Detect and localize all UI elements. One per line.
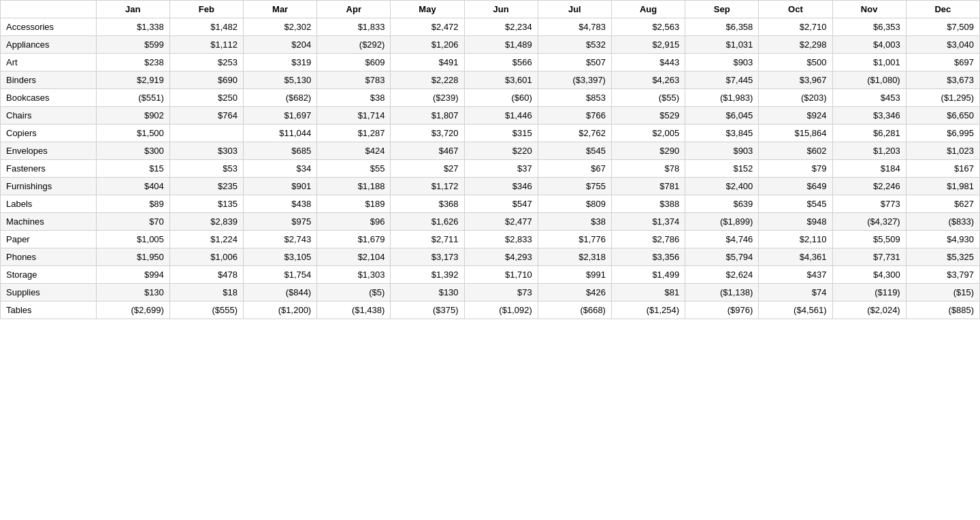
cell-copiers-nov: $6,281 <box>832 125 906 142</box>
cell-phones-mar: $3,105 <box>244 248 317 266</box>
table-row: Envelopes$300$303$685$424$467$220$545$29… <box>1 142 980 160</box>
cell-bookcases-apr: $38 <box>317 89 391 107</box>
cell-bookcases-nov: $453 <box>832 89 906 107</box>
cell-chairs-sep: $6,045 <box>685 107 759 125</box>
cell-machines-oct: $948 <box>759 213 832 231</box>
table-row: Fasteners$15$53$34$55$27$37$67$78$152$79… <box>1 160 980 178</box>
table-body: Accessories$1,338$1,482$2,302$1,833$2,47… <box>1 18 980 319</box>
cell-furnishings-jan: $404 <box>96 178 169 195</box>
cell-labels-mar: $438 <box>244 195 317 213</box>
row-label-accessories: Accessories <box>1 18 97 36</box>
row-label-binders: Binders <box>1 71 97 89</box>
cell-binders-aug: $4,263 <box>611 71 685 89</box>
cell-envelopes-mar: $685 <box>244 142 317 160</box>
cell-furnishings-mar: $901 <box>244 178 317 195</box>
row-label-storage: Storage <box>1 266 97 284</box>
cell-labels-sep: $639 <box>685 195 759 213</box>
cell-furnishings-jun: $346 <box>464 178 538 195</box>
cell-storage-feb: $478 <box>169 266 243 284</box>
cell-appliances-apr: ($292) <box>317 36 391 54</box>
cell-copiers-feb <box>169 125 243 142</box>
header-nov: Nov <box>832 1 906 18</box>
cell-furnishings-feb: $235 <box>169 178 243 195</box>
cell-phones-nov: $7,731 <box>832 248 906 266</box>
table-row: Phones$1,950$1,006$3,105$2,104$3,173$4,2… <box>1 248 980 266</box>
cell-appliances-aug: $2,915 <box>611 36 685 54</box>
cell-machines-feb: $2,839 <box>169 213 243 231</box>
cell-envelopes-feb: $303 <box>169 142 243 160</box>
cell-furnishings-nov: $2,246 <box>832 178 906 195</box>
cell-paper-aug: $2,786 <box>611 231 685 248</box>
cell-art-feb: $253 <box>169 54 243 71</box>
cell-chairs-aug: $529 <box>611 107 685 125</box>
cell-envelopes-jan: $300 <box>96 142 169 160</box>
cell-furnishings-apr: $1,188 <box>317 178 391 195</box>
cell-phones-jul: $2,318 <box>538 248 611 266</box>
cell-copiers-jan: $1,500 <box>96 125 169 142</box>
cell-bookcases-jul: $853 <box>538 89 611 107</box>
cell-fasteners-mar: $34 <box>244 160 317 178</box>
cell-supplies-sep: ($1,138) <box>685 284 759 302</box>
cell-labels-dec: $627 <box>906 195 979 213</box>
cell-paper-mar: $2,743 <box>244 231 317 248</box>
cell-accessories-feb: $1,482 <box>169 18 243 36</box>
cell-storage-nov: $4,300 <box>832 266 906 284</box>
header-mar: Mar <box>244 1 317 18</box>
cell-machines-aug: $1,374 <box>611 213 685 231</box>
cell-art-jun: $566 <box>464 54 538 71</box>
cell-chairs-may: $1,807 <box>391 107 464 125</box>
cell-envelopes-jul: $545 <box>538 142 611 160</box>
cell-bookcases-sep: ($1,983) <box>685 89 759 107</box>
cell-paper-oct: $2,110 <box>759 231 832 248</box>
cell-binders-feb: $690 <box>169 71 243 89</box>
row-label-bookcases: Bookcases <box>1 89 97 107</box>
cell-tables-nov: ($2,024) <box>832 302 906 319</box>
cell-paper-sep: $4,746 <box>685 231 759 248</box>
cell-envelopes-jun: $220 <box>464 142 538 160</box>
cell-supplies-oct: $74 <box>759 284 832 302</box>
row-label-copiers: Copiers <box>1 125 97 142</box>
header-oct: Oct <box>759 1 832 18</box>
cell-binders-jun: $3,601 <box>464 71 538 89</box>
cell-tables-jun: ($1,092) <box>464 302 538 319</box>
cell-tables-jul: ($668) <box>538 302 611 319</box>
table-row: Machines$70$2,839$975$96$1,626$2,477$38$… <box>1 213 980 231</box>
cell-fasteners-aug: $78 <box>611 160 685 178</box>
main-container: JanFebMarAprMayJunJulAugSepOctNovDec Acc… <box>0 0 980 319</box>
cell-binders-mar: $5,130 <box>244 71 317 89</box>
cell-chairs-dec: $6,650 <box>906 107 979 125</box>
cell-storage-jan: $994 <box>96 266 169 284</box>
cell-art-mar: $319 <box>244 54 317 71</box>
cell-phones-oct: $4,361 <box>759 248 832 266</box>
row-label-appliances: Appliances <box>1 36 97 54</box>
cell-envelopes-apr: $424 <box>317 142 391 160</box>
row-label-chairs: Chairs <box>1 107 97 125</box>
table-header: JanFebMarAprMayJunJulAugSepOctNovDec <box>1 1 980 18</box>
cell-fasteners-sep: $152 <box>685 160 759 178</box>
cell-labels-feb: $135 <box>169 195 243 213</box>
cell-art-aug: $443 <box>611 54 685 71</box>
cell-appliances-may: $1,206 <box>391 36 464 54</box>
cell-furnishings-sep: $2,400 <box>685 178 759 195</box>
cell-phones-apr: $2,104 <box>317 248 391 266</box>
cell-labels-apr: $189 <box>317 195 391 213</box>
cell-tables-oct: ($4,561) <box>759 302 832 319</box>
cell-accessories-aug: $2,563 <box>611 18 685 36</box>
cell-bookcases-may: ($239) <box>391 89 464 107</box>
cell-supplies-may: $130 <box>391 284 464 302</box>
cell-fasteners-dec: $167 <box>906 160 979 178</box>
cell-fasteners-may: $27 <box>391 160 464 178</box>
cell-envelopes-oct: $602 <box>759 142 832 160</box>
cell-accessories-sep: $6,358 <box>685 18 759 36</box>
cell-accessories-jan: $1,338 <box>96 18 169 36</box>
cell-furnishings-may: $1,172 <box>391 178 464 195</box>
cell-bookcases-jan: ($551) <box>96 89 169 107</box>
cell-envelopes-aug: $290 <box>611 142 685 160</box>
cell-appliances-jan: $599 <box>96 36 169 54</box>
cell-chairs-feb: $764 <box>169 107 243 125</box>
cell-tables-feb: ($555) <box>169 302 243 319</box>
cell-supplies-jan: $130 <box>96 284 169 302</box>
cell-envelopes-may: $467 <box>391 142 464 160</box>
header-label-col <box>1 1 97 18</box>
cell-chairs-jan: $902 <box>96 107 169 125</box>
